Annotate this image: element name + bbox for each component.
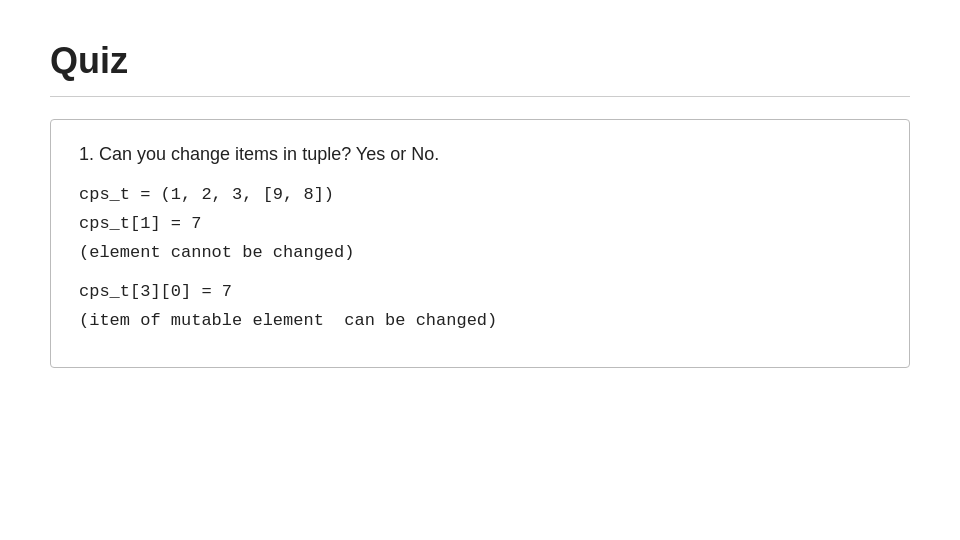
code-line-1: cps_t = (1, 2, 3, [9, 8]) <box>79 181 881 210</box>
question-text: 1. Can you change items in tuple? Yes or… <box>79 144 881 165</box>
page-title: Quiz <box>50 40 910 82</box>
code-line-2: cps_t[1] = 7 <box>79 210 881 239</box>
code-block: cps_t = (1, 2, 3, [9, 8]) cps_t[1] = 7 (… <box>79 181 881 335</box>
code-line-5: (item of mutable element can be changed) <box>79 307 881 336</box>
code-spacer-1 <box>79 268 881 278</box>
divider <box>50 96 910 97</box>
code-line-3: (element cannot be changed) <box>79 239 881 268</box>
quiz-box: 1. Can you change items in tuple? Yes or… <box>50 119 910 368</box>
page-container: Quiz 1. Can you change items in tuple? Y… <box>0 0 960 540</box>
code-line-4: cps_t[3][0] = 7 <box>79 278 881 307</box>
